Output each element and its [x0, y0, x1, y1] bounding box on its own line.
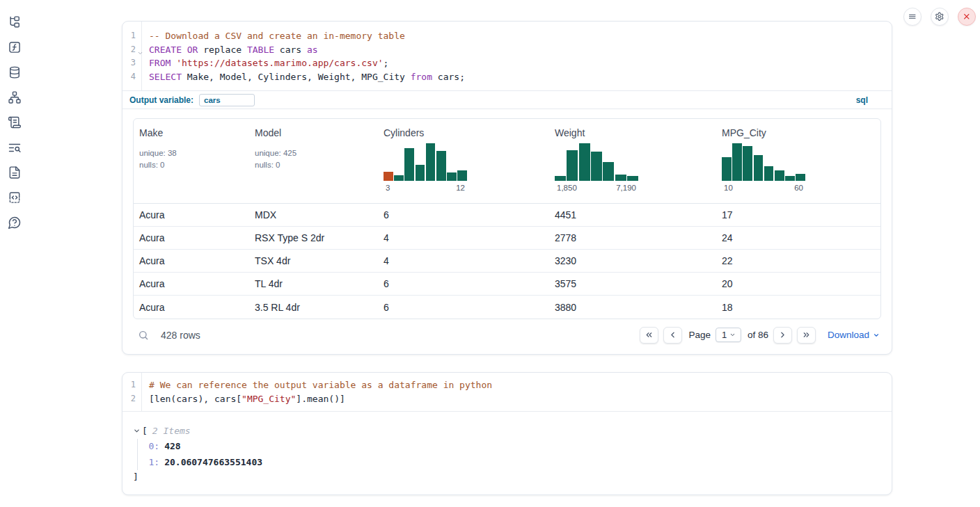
python-code-editor[interactable]: 12# We can reference the output variable…	[122, 373, 892, 411]
chevron-down-icon	[873, 332, 880, 339]
histogram-bar	[555, 176, 566, 181]
table-cell: Acura	[134, 302, 249, 313]
histogram-bar	[404, 148, 414, 181]
line-number: 1	[122, 29, 141, 43]
list-item: 1:20.060747663551403	[149, 455, 892, 471]
column-stats: unique: 38nulls: 0	[139, 147, 244, 170]
table-cell: 20	[716, 278, 881, 289]
column-title: Make	[139, 127, 244, 138]
sql-code-editor[interactable]: 1234-- Download a CSV and create an in-m…	[122, 22, 892, 90]
menu-button[interactable]	[903, 8, 922, 26]
chevron-left-icon	[668, 330, 677, 339]
first-page-button[interactable]	[640, 327, 658, 344]
prev-page-button[interactable]	[663, 327, 682, 344]
histogram-bar	[384, 172, 393, 181]
histogram-bars	[384, 143, 467, 181]
histogram-bar	[603, 162, 614, 181]
window-controls	[903, 8, 976, 26]
output-variable-input[interactable]	[199, 94, 255, 106]
code-line: -- Download a CSV and create an in-memor…	[149, 29, 892, 43]
table-cell: 24	[716, 232, 881, 243]
axis-min-label: 10	[724, 184, 733, 192]
column-header-make[interactable]: Makeunique: 38nulls: 0	[134, 119, 249, 203]
table-cell: 3880	[549, 302, 716, 313]
sidebar-file-explorer-button[interactable]	[8, 15, 22, 29]
table-cell: 6	[378, 278, 549, 289]
line-number-gutter: 12	[122, 373, 142, 411]
histogram-bars	[722, 143, 805, 181]
sidebar-snippets-button[interactable]	[8, 191, 22, 204]
table-cell: TSX 4dr	[249, 255, 378, 266]
dependency-graph-icon	[8, 90, 22, 104]
axis-max-label: 60	[794, 184, 803, 192]
collapse-chevron-icon[interactable]	[133, 427, 141, 435]
code-line: SELECT Make, Model, Cylinders, Weight, M…	[149, 70, 892, 84]
table-cell: 4451	[549, 209, 716, 220]
pagination: Page 1 of 86 Download	[635, 327, 880, 344]
close-bracket: ]	[133, 472, 892, 482]
chevron-right-icon	[778, 330, 787, 339]
column-header-model[interactable]: Modelunique: 425nulls: 0	[249, 119, 378, 203]
table-row[interactable]: AcuraTL 4dr6357520	[134, 273, 880, 296]
last-page-button[interactable]	[797, 327, 816, 344]
histogram-bars	[555, 143, 638, 181]
sidebar-logs-button[interactable]	[8, 140, 22, 154]
function-square-icon	[8, 40, 22, 54]
column-title: Model	[255, 127, 372, 138]
axis-min-label: 1,850	[557, 184, 577, 192]
table-cell: 17	[716, 209, 881, 220]
download-label: Download	[828, 330, 869, 340]
fold-chevron-icon[interactable]	[137, 47, 143, 54]
table-body: AcuraMDX6445117AcuraRSX Type S 2dr427782…	[134, 204, 880, 319]
left-sidebar	[0, 0, 29, 507]
line-number: 2	[122, 43, 141, 57]
page-select[interactable]: 1	[716, 328, 741, 342]
line-number-gutter: 1234	[122, 22, 142, 90]
table-cell: MDX	[249, 209, 378, 220]
table-row[interactable]: AcuraMDX6445117	[134, 204, 880, 227]
output-variable-label: Output variable:	[129, 95, 193, 105]
histogram-bar	[785, 176, 795, 181]
line-number: 3	[122, 56, 141, 70]
next-page-button[interactable]	[773, 327, 792, 344]
table-cell: Acura	[134, 209, 249, 220]
table-cell: TL 4dr	[249, 278, 378, 289]
sidebar-documentation-button[interactable]	[8, 166, 22, 179]
axis-max-label: 12	[456, 184, 465, 192]
table-cell: 22	[716, 255, 881, 266]
table-cell: 3230	[549, 255, 716, 266]
file-tree-icon	[8, 15, 22, 29]
code-line: FROM 'https://datasets.marimo.app/cars.c…	[149, 56, 892, 70]
shutdown-button[interactable]	[958, 8, 976, 26]
download-button[interactable]: Download	[828, 330, 880, 340]
sql-cell: 1234-- Download a CSV and create an in-m…	[122, 21, 892, 355]
column-header-mpg_city[interactable]: MPG_City1060	[716, 119, 881, 203]
histogram-bar	[447, 172, 457, 181]
sidebar-help-button[interactable]	[8, 216, 22, 230]
settings-button[interactable]	[931, 8, 949, 26]
table-row[interactable]: Acura3.5 RL 4dr6388018	[134, 296, 880, 319]
table-cell: 3.5 RL 4dr	[249, 302, 378, 313]
histogram-bar	[732, 143, 742, 181]
column-header-weight[interactable]: Weight1,8507,190	[549, 119, 716, 203]
axis-min-label: 3	[386, 184, 390, 192]
sidebar-dependencies-button[interactable]	[8, 90, 22, 104]
column-header-cylinders[interactable]: Cylinders312	[378, 119, 549, 203]
table-row[interactable]: AcuraTSX 4dr4323022	[134, 250, 880, 273]
histogram-bar	[775, 170, 784, 181]
table-header: Makeunique: 38nulls: 0Modelunique: 425nu…	[134, 119, 880, 204]
line-number: 2	[122, 392, 141, 406]
histogram-bar	[743, 146, 752, 181]
table-search-button[interactable]	[138, 330, 149, 341]
histogram-axis: 1060	[722, 184, 805, 192]
sidebar-data-sources-button[interactable]	[8, 65, 22, 79]
python-cell: 12# We can reference the output variable…	[122, 372, 892, 495]
histogram-bar	[394, 175, 404, 181]
code-line: [len(cars), cars["MPG_City"].mean()]	[149, 392, 892, 406]
item-value: 428	[164, 441, 180, 451]
sidebar-outline-button[interactable]	[8, 115, 22, 129]
sidebar-functions-button[interactable]	[8, 40, 22, 54]
table-row[interactable]: AcuraRSX Type S 2dr4277824	[134, 227, 880, 250]
histogram-bar	[457, 170, 467, 181]
page-select-value: 1	[722, 330, 727, 340]
